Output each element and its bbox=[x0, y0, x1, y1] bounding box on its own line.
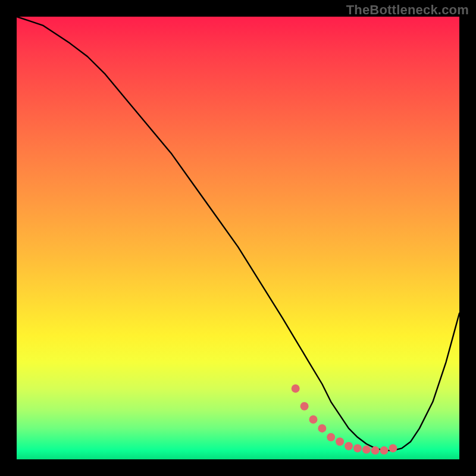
marker-dot bbox=[292, 384, 300, 393]
marker-dot bbox=[345, 442, 353, 450]
curve-overlay bbox=[17, 17, 459, 459]
plot-area bbox=[17, 17, 459, 459]
marker-dot bbox=[309, 415, 318, 424]
watermark-text: TheBottleneck.com bbox=[346, 2, 469, 18]
marker-dot bbox=[371, 446, 380, 455]
marker-dot bbox=[327, 433, 335, 441]
marker-dot bbox=[336, 437, 344, 446]
marker-dot bbox=[389, 444, 397, 452]
marker-dot bbox=[362, 446, 371, 454]
marker-dot bbox=[300, 402, 309, 411]
bottleneck-curve bbox=[17, 17, 459, 450]
marker-dot bbox=[353, 444, 362, 452]
chart-container: TheBottleneck.com bbox=[0, 0, 476, 476]
marker-dot bbox=[318, 424, 326, 433]
marker-dot bbox=[380, 446, 389, 455]
marker-group bbox=[292, 384, 397, 455]
